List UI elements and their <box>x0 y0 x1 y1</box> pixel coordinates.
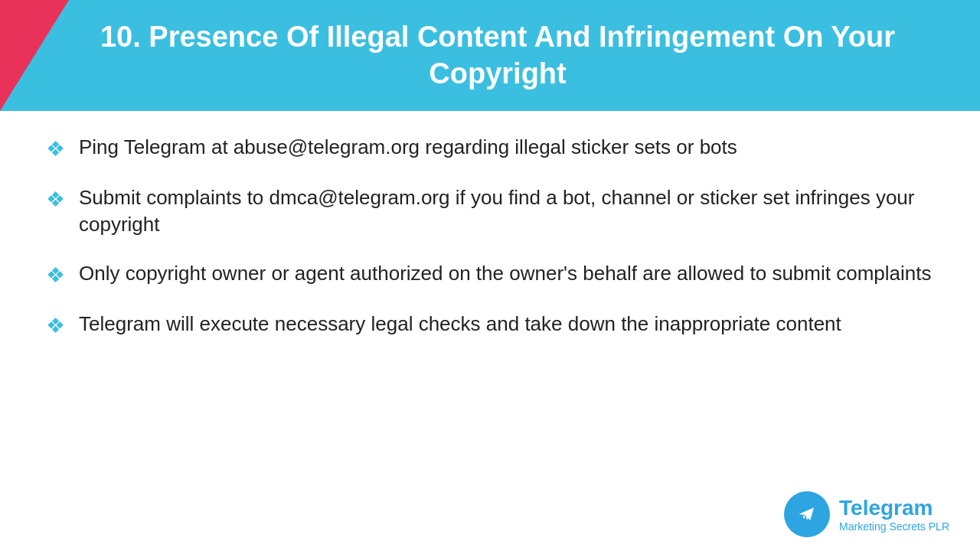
content-section: ❖ Ping Telegram at abuse@telegram.org re… <box>0 111 980 551</box>
slide: 10. Presence Of Illegal Content And Infr… <box>0 0 980 551</box>
bullet-text-4: Telegram will execute necessary legal ch… <box>79 311 841 337</box>
bullet-text-3: Only copyright owner or agent authorized… <box>79 260 931 287</box>
header-section: 10. Presence Of Illegal Content And Infr… <box>0 0 980 111</box>
bullet-icon-2: ❖ <box>46 186 65 214</box>
bullet-item-3: ❖ Only copyright owner or agent authoriz… <box>46 260 934 289</box>
slide-title: 10. Presence Of Illegal Content And Infr… <box>61 19 934 92</box>
slide-content: 10. Presence Of Illegal Content And Infr… <box>0 0 980 551</box>
footer-brand-name: Telegram <box>839 496 949 520</box>
bullet-item-4: ❖ Telegram will execute necessary legal … <box>46 311 934 340</box>
bullet-item-2: ❖ Submit complaints to dmca@telegram.org… <box>46 184 934 238</box>
footer-text-block: Telegram Marketing Secrets PLR <box>839 496 949 533</box>
bullet-icon-4: ❖ <box>46 312 65 340</box>
header-triangle-decoration <box>0 0 69 111</box>
footer-logo: Telegram Marketing Secrets PLR <box>784 491 949 537</box>
bullet-text-2: Submit complaints to dmca@telegram.org i… <box>79 184 934 238</box>
bullet-text-1: Ping Telegram at abuse@telegram.org rega… <box>79 134 737 161</box>
bullet-icon-1: ❖ <box>46 135 65 163</box>
telegram-icon <box>793 500 821 528</box>
bullet-icon-3: ❖ <box>46 262 65 289</box>
footer-subtitle-text: Marketing Secrets PLR <box>839 520 949 533</box>
telegram-logo-circle <box>784 491 830 537</box>
bullet-item-1: ❖ Ping Telegram at abuse@telegram.org re… <box>46 134 934 163</box>
